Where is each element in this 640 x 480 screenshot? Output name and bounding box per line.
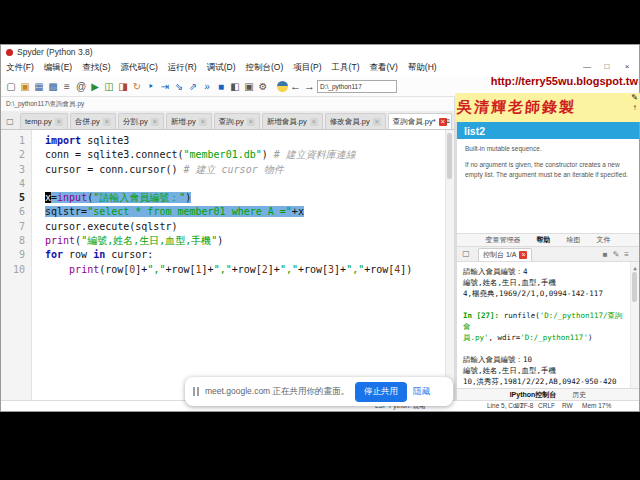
working-directory-input[interactable]: D:\_python117 <box>317 80 397 93</box>
code-editor[interactable]: 1import sqlite32conn = sqlite3.connect("… <box>1 130 454 400</box>
debug-icon[interactable]: ‣ <box>144 79 158 93</box>
console-line: 4,楊堯典,1969/2/1,O,0994-142-117 <box>463 288 627 299</box>
maximize-button[interactable]: □ <box>597 59 617 73</box>
file-switcher-icon[interactable]: ≡ <box>60 79 74 93</box>
eol-status: CRLF <box>538 402 555 409</box>
stop-icon[interactable]: ■ <box>214 79 228 93</box>
ipython-console[interactable]: 請輸入會員編號：4編號,姓名,生日,血型,手機4,楊堯典,1969/2/1,O,… <box>457 262 639 388</box>
options-icon[interactable]: ≡ <box>624 250 629 259</box>
panes-icon[interactable]: ◧ <box>228 79 242 93</box>
line-number: 1 <box>1 134 33 148</box>
find-symbol-icon[interactable]: @ <box>74 79 88 93</box>
menu-item-6[interactable]: 调试(D) <box>202 62 241 72</box>
run-icon[interactable]: ▶ <box>88 79 102 93</box>
console-line: 編號,姓名,生日,血型,手機 <box>463 365 627 376</box>
menu-item-1[interactable]: 文件(F) <box>1 62 39 72</box>
pane-tab-1[interactable]: 变量管理器 <box>478 235 529 245</box>
code-line: 2conn = sqlite3.connect("member01.db") #… <box>1 148 446 162</box>
step-return-icon[interactable]: ⇗ <box>186 79 200 93</box>
console-bottom-tab-2[interactable]: 历史 <box>572 390 586 400</box>
back-icon[interactable]: ← <box>289 80 302 92</box>
editor-tab-6[interactable]: 新增會員.py× <box>262 113 323 129</box>
window-controls: —□× <box>577 59 637 73</box>
help-object-title: list2 <box>457 122 639 139</box>
save-icon[interactable]: ▦ <box>32 79 46 93</box>
menu-item-4[interactable]: 源代码(C) <box>116 62 163 72</box>
menu-item-9[interactable]: 工具(T) <box>327 62 365 72</box>
arrow-up-icon: ↑ <box>633 103 637 113</box>
console-line: 員.py', wdir='D:/_python117') <box>463 332 627 343</box>
hide-sharing-link[interactable]: 隱藏 <box>413 386 430 398</box>
pause-sharing-icon[interactable] <box>193 387 199 396</box>
tab-close-icon[interactable]: × <box>151 118 159 126</box>
console-scrollbar-thumb[interactable] <box>632 272 637 302</box>
editor-scrollbar[interactable] <box>445 130 454 400</box>
step-over-icon[interactable]: ⇥ <box>158 79 172 93</box>
maximize-pane-icon[interactable]: ▣ <box>242 79 256 93</box>
line-number: 2 <box>1 148 33 162</box>
menu-item-10[interactable]: 查看(V) <box>364 62 402 72</box>
editor-tab-3[interactable]: 分割.py× <box>118 113 164 129</box>
interrupt-icon[interactable]: ■ <box>603 250 608 259</box>
new-file-icon[interactable]: ▢ <box>4 79 18 93</box>
tab-options-icon[interactable]: ≡ <box>445 116 450 126</box>
line-number: 4 <box>1 177 33 191</box>
console-bottom-tab-1[interactable]: IPython控制台 <box>510 390 557 400</box>
menu-item-2[interactable]: 编辑(E) <box>39 62 77 72</box>
editor-tab-2[interactable]: 合併.py× <box>70 113 116 129</box>
right-pane: list2 Built-in mutable sequence.If no ar… <box>457 97 639 400</box>
editor-tab-4[interactable]: 新增.py× <box>166 113 212 129</box>
editor-scrollbar-thumb[interactable] <box>447 133 452 179</box>
console-tab-bar: ▢ 控制台 1/A × ■✎≡ <box>457 247 639 262</box>
rerun-icon[interactable]: ↻ <box>130 79 144 93</box>
breadcrumb: D:\_python117\查詢會員.py <box>1 97 454 111</box>
console-tab[interactable]: 控制台 1/A × <box>478 248 532 261</box>
menu-item-5[interactable]: 运行(R) <box>163 62 202 72</box>
clear-icon[interactable]: ✎ <box>613 250 620 259</box>
run-cell-icon[interactable]: ◫ <box>102 79 116 93</box>
line-number: 6 <box>1 205 33 219</box>
readwrite-status: RW <box>562 402 573 409</box>
run-cell-advance-icon[interactable]: ◨ <box>116 79 130 93</box>
console-close-icon[interactable]: × <box>519 251 527 259</box>
console-scrollbar[interactable]: ▲ <box>630 262 639 388</box>
editor-tab-8[interactable]: 查詢會員.py*× <box>388 113 452 129</box>
continue-icon[interactable]: » <box>200 79 214 93</box>
sharing-message: meet.google.com 正在共用你的畫面。 <box>205 386 349 398</box>
step-into-icon[interactable]: ⇘ <box>172 79 186 93</box>
browse-tabs-icon[interactable]: ▢ <box>4 115 16 127</box>
menu-item-11[interactable]: 帮助(H) <box>403 62 442 72</box>
stop-sharing-button[interactable]: 停止共用 <box>355 382 407 402</box>
minimize-button[interactable]: — <box>577 59 597 73</box>
tab-label: 合併.py <box>75 117 100 127</box>
pane-tab-4[interactable]: 文件 <box>589 235 619 245</box>
menu-item-3[interactable]: 查找(S) <box>77 62 115 72</box>
pane-tab-3[interactable]: 绘图 <box>559 235 589 245</box>
python-logo-icon <box>277 81 288 92</box>
close-button[interactable]: × <box>617 59 637 73</box>
console-line <box>463 299 627 310</box>
save-all-icon[interactable]: ▩ <box>46 79 60 93</box>
tab-close-icon[interactable]: × <box>55 118 63 126</box>
teacher-banner: 吳清輝老師錄製 ✎↑ <box>455 93 640 122</box>
editor-tab-1[interactable]: temp.py× <box>20 113 68 129</box>
browse-consoles-icon[interactable]: ▢ <box>460 247 472 259</box>
tab-close-icon[interactable]: × <box>310 118 318 126</box>
pane-tab-2[interactable]: 帮助 <box>529 235 559 245</box>
menu-item-8[interactable]: 项目(P) <box>288 62 326 72</box>
encoding-status: UTF-8 <box>515 402 533 409</box>
editor-tab-5[interactable]: 查詢.py× <box>214 113 260 129</box>
preferences-icon[interactable]: ⚙ <box>256 79 270 93</box>
tab-close-icon[interactable]: × <box>373 118 381 126</box>
console-line: In [27]: runfile('D:/_python117/查詢會 <box>463 310 627 332</box>
forward-icon[interactable]: → <box>303 80 316 92</box>
tab-close-icon[interactable]: × <box>103 118 111 126</box>
editor-tab-7[interactable]: 修改會員.py× <box>325 113 386 129</box>
code-line: 7cursor.execute(sqlstr) <box>1 220 446 234</box>
banner-icons: ✎↑ <box>631 93 638 113</box>
tab-close-icon[interactable]: × <box>247 118 255 126</box>
open-file-icon[interactable]: ▣ <box>18 79 32 93</box>
menu-item-7[interactable]: 控制台(O) <box>240 62 288 72</box>
tab-close-icon[interactable]: × <box>199 118 207 126</box>
console-line: 編號,姓名,生日,血型,手機 <box>463 277 627 288</box>
